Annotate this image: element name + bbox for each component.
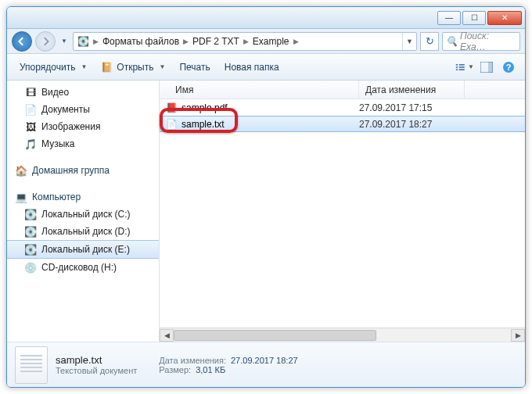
chevron-right-icon: ▶ <box>93 38 99 45</box>
search-input[interactable]: 🔍 Поиск: Exa… <box>442 32 520 51</box>
computer-icon <box>15 191 27 203</box>
scroll-right-button[interactable]: ▶ <box>511 329 525 342</box>
address-dropdown[interactable]: ▼ <box>402 33 416 50</box>
drive-icon: 💽 <box>77 36 89 47</box>
search-icon: 🔍 <box>446 36 458 47</box>
chevron-down-icon: ▼ <box>468 63 474 70</box>
view-icon <box>455 62 466 73</box>
column-header-name[interactable]: Имя <box>160 81 359 98</box>
sidebar-item-homegroup[interactable]: Домашняя группа <box>7 162 159 179</box>
sidebar-item-drive-h[interactable]: CD-дисковод (H:) <box>7 259 159 276</box>
pdf-icon <box>166 102 178 113</box>
file-row[interactable]: sample.txt 27.09.2017 18:27 <box>160 116 525 132</box>
svg-rect-4 <box>459 66 465 68</box>
svg-rect-2 <box>456 69 458 70</box>
details-filename: sample.txt <box>56 354 137 366</box>
sidebar-item-documents[interactable]: Документы <box>7 101 159 118</box>
help-button[interactable]: ? <box>498 59 519 76</box>
chevron-down-icon: ▼ <box>81 63 87 70</box>
titlebar: — ☐ ✕ <box>7 7 525 29</box>
svg-rect-1 <box>456 66 458 68</box>
refresh-button[interactable]: ↻ <box>420 32 439 51</box>
chevron-right-icon: ▶ <box>293 38 299 45</box>
breadcrumb-segment[interactable]: Example <box>249 33 293 50</box>
sidebar-item-computer[interactable]: Компьютер <box>7 188 159 206</box>
nav-history-dropdown[interactable]: ▼ <box>59 32 70 51</box>
file-row[interactable]: sample.pdf 27.09.2017 17:15 <box>160 99 525 116</box>
txt-icon <box>166 119 178 130</box>
preview-pane-icon <box>480 62 493 73</box>
toolbar: Упорядочить▼ 📔Открыть▼ Печать Новая папк… <box>7 54 525 81</box>
explorer-window: — ☐ ✕ ▼ 💽 ▶ Форматы файлов ▶ PDF 2 TXT ▶… <box>6 6 526 388</box>
homegroup-icon <box>15 164 27 177</box>
chevron-right-icon: ▶ <box>183 38 189 45</box>
sidebar-item-music[interactable]: Музыка <box>7 135 159 152</box>
svg-text:?: ? <box>506 63 512 72</box>
details-filetype: Текстовый документ <box>56 366 137 375</box>
navigation-pane[interactable]: Видео Документы Изображения Музыка Домаш… <box>7 81 160 342</box>
search-placeholder: Поиск: Exa… <box>460 30 516 52</box>
chevron-down-icon: ▼ <box>159 63 165 70</box>
print-button[interactable]: Печать <box>173 59 216 76</box>
disk-icon <box>24 243 37 256</box>
notepad-icon: 📔 <box>101 62 113 73</box>
scroll-track[interactable] <box>174 329 511 342</box>
svg-rect-0 <box>456 64 458 66</box>
details-size-label: Размер: <box>159 365 191 374</box>
close-button[interactable]: ✕ <box>487 11 522 25</box>
details-pane: sample.txt Текстовый документ Дата измен… <box>7 342 525 387</box>
document-icon <box>24 103 37 116</box>
sidebar-item-drive-d[interactable]: Локальный диск (D:) <box>7 223 159 240</box>
video-icon <box>24 86 37 98</box>
maximize-button[interactable]: ☐ <box>462 11 486 25</box>
svg-rect-5 <box>459 69 465 70</box>
scroll-thumb[interactable] <box>174 330 376 341</box>
file-list[interactable]: sample.pdf 27.09.2017 17:15 sample.txt 2… <box>160 99 525 328</box>
open-button[interactable]: 📔Открыть▼ <box>95 59 171 76</box>
sidebar-item-pictures[interactable]: Изображения <box>7 118 159 135</box>
view-options-button[interactable]: ▼ <box>455 59 475 76</box>
file-date: 27.09.2017 18:27 <box>359 119 465 130</box>
sidebar-item-videos[interactable]: Видео <box>7 84 159 101</box>
sidebar-item-drive-c[interactable]: Локальный диск (C:) <box>7 206 159 223</box>
preview-pane-button[interactable] <box>476 59 497 76</box>
new-folder-button[interactable]: Новая папка <box>218 59 286 76</box>
file-type-icon <box>15 346 48 384</box>
address-bar[interactable]: 💽 ▶ Форматы файлов ▶ PDF 2 TXT ▶ Example… <box>73 32 417 51</box>
svg-rect-7 <box>488 62 493 73</box>
details-size-value: 3,01 КБ <box>196 365 225 374</box>
file-name: sample.pdf <box>182 102 228 113</box>
organize-button[interactable]: Упорядочить▼ <box>13 59 93 76</box>
chevron-right-icon: ▶ <box>243 38 249 45</box>
cd-icon <box>24 261 37 274</box>
nav-back-button[interactable] <box>12 31 32 52</box>
nav-forward-button[interactable] <box>35 31 56 52</box>
navigation-bar: ▼ 💽 ▶ Форматы файлов ▶ PDF 2 TXT ▶ Examp… <box>7 29 525 54</box>
scroll-left-button[interactable]: ◀ <box>160 329 174 342</box>
picture-icon <box>24 120 37 133</box>
details-modified-value: 27.09.2017 18:27 <box>231 356 298 365</box>
arrow-left-icon <box>17 37 27 46</box>
svg-rect-3 <box>459 64 465 66</box>
horizontal-scrollbar[interactable]: ◀ ▶ <box>160 328 525 342</box>
file-name: sample.txt <box>182 119 225 130</box>
file-date: 27.09.2017 17:15 <box>359 102 465 113</box>
explorer-body: Видео Документы Изображения Музыка Домаш… <box>7 81 525 342</box>
breadcrumb-segment[interactable]: PDF 2 TXT <box>189 33 243 50</box>
column-headers: Имя Дата изменения <box>160 81 525 99</box>
disk-icon <box>24 208 37 220</box>
column-header-modified[interactable]: Дата изменения <box>359 81 465 98</box>
details-modified-label: Дата изменения: <box>159 356 226 365</box>
help-icon: ? <box>502 61 515 73</box>
music-icon <box>24 138 37 150</box>
minimize-button[interactable]: — <box>437 11 461 25</box>
sidebar-item-drive-e[interactable]: Локальный диск (E:) <box>7 240 159 259</box>
disk-icon <box>24 225 37 238</box>
breadcrumb-segment[interactable]: Форматы файлов <box>99 33 183 50</box>
arrow-right-icon <box>41 37 50 46</box>
file-list-pane: Имя Дата изменения sample.pdf 27.09.2017… <box>160 81 525 342</box>
